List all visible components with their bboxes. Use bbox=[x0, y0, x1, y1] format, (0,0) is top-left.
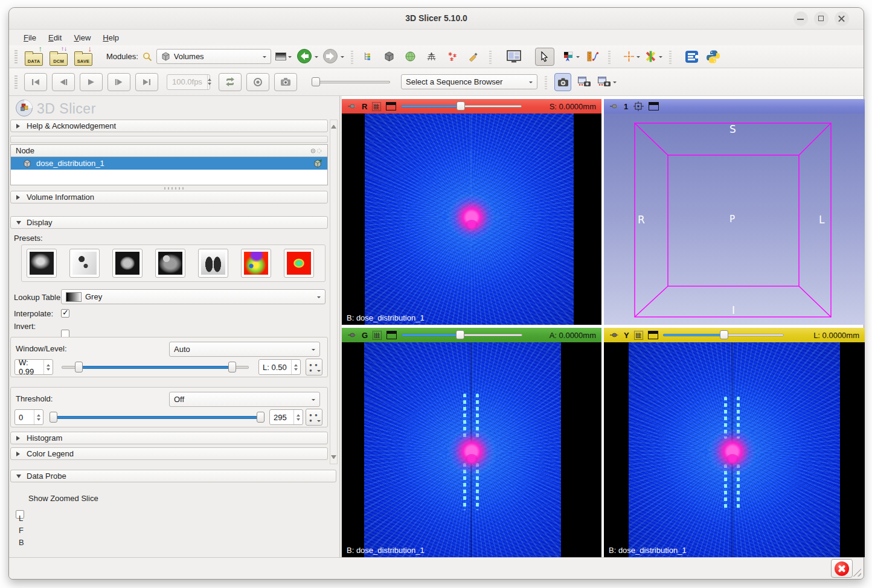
fps-spinbox[interactable]: 100.0fps bbox=[167, 74, 210, 90]
extensions-manager-button[interactable] bbox=[684, 48, 701, 66]
place-point-button[interactable] bbox=[563, 48, 580, 66]
slice-intersections-button[interactable] bbox=[644, 48, 662, 66]
interpolate-checkbox[interactable]: ✓ bbox=[61, 309, 69, 318]
error-log-button[interactable] bbox=[831, 559, 853, 578]
yellow-view-controller[interactable]: Y L: 0.0000mm bbox=[604, 328, 865, 342]
sequence-slider-handle[interactable] bbox=[312, 77, 320, 86]
module-forward-button[interactable] bbox=[322, 48, 344, 66]
module-markups-button[interactable] bbox=[444, 48, 461, 66]
load-data-button[interactable]: ↑ DATA bbox=[24, 48, 44, 66]
scroll-up-icon[interactable] bbox=[331, 123, 336, 129]
slice-offset-slider[interactable] bbox=[402, 330, 522, 340]
window-minimize-button[interactable] bbox=[793, 11, 808, 26]
window-level-max-handle[interactable] bbox=[228, 362, 236, 372]
slice-visibility-icon[interactable] bbox=[372, 102, 381, 111]
yellow-slice-image[interactable]: B: dose_distribution_1 bbox=[604, 342, 865, 557]
window-level-range-slider[interactable] bbox=[62, 361, 249, 374]
node-table-header[interactable]: Node bbox=[11, 145, 327, 157]
preset-ct-bone-button[interactable] bbox=[27, 249, 57, 278]
slice-offset-handle[interactable] bbox=[720, 330, 728, 339]
window-close-button[interactable] bbox=[835, 11, 849, 26]
preset-dti-button[interactable] bbox=[284, 249, 314, 278]
last-frame-button[interactable] bbox=[135, 73, 158, 91]
view-menu-icon[interactable] bbox=[386, 102, 396, 110]
slice-offset-handle[interactable] bbox=[456, 330, 464, 339]
module-selector[interactable]: Volumes bbox=[156, 49, 271, 64]
module-models-button[interactable] bbox=[402, 48, 419, 66]
green-slice-image[interactable]: B: dose_distribution_1 bbox=[342, 342, 601, 557]
yellow-slice-view[interactable]: B: dose_distribution_1 Y L: 0.0000mm bbox=[604, 328, 865, 557]
next-frame-button[interactable] bbox=[107, 73, 130, 91]
volume-information-section[interactable]: Volume Information bbox=[10, 191, 328, 203]
load-dicom-button[interactable]: ↑↓ DCM bbox=[48, 48, 69, 66]
node-edit-icon[interactable] bbox=[313, 159, 322, 168]
save-button[interactable]: ↓ SAVE bbox=[73, 48, 94, 66]
threshold-lower-spinbox[interactable]: 0 bbox=[14, 409, 43, 425]
module-search-icon[interactable] bbox=[143, 52, 152, 62]
window-spinbox[interactable]: W: 0.99 bbox=[14, 359, 53, 375]
preset-ct-air-button[interactable] bbox=[69, 249, 100, 278]
sequence-browser-selector[interactable]: Select a Sequence Browser bbox=[401, 74, 537, 89]
window-resize-grip[interactable] bbox=[853, 568, 861, 577]
red-view-controller[interactable]: R S: 0.0000mm bbox=[342, 99, 601, 113]
spin-arrows-icon[interactable] bbox=[207, 75, 211, 89]
preset-ct-lung-button[interactable] bbox=[198, 249, 228, 278]
view-menu-icon[interactable] bbox=[648, 331, 658, 339]
crosshair-button[interactable] bbox=[623, 48, 640, 66]
python-console-button[interactable] bbox=[705, 48, 722, 66]
slice-offset-handle[interactable] bbox=[457, 101, 465, 110]
module-volumes-button[interactable] bbox=[381, 48, 398, 66]
lookup-table-selector[interactable]: Grey bbox=[61, 289, 325, 304]
threshold-mode-selector[interactable]: Off bbox=[169, 392, 320, 407]
node-row-selected[interactable]: dose_distribution_1 bbox=[11, 157, 327, 170]
preset-ct-abdomen-button[interactable] bbox=[155, 249, 185, 278]
center-view-icon[interactable] bbox=[633, 101, 644, 111]
scroll-down-icon[interactable] bbox=[331, 455, 336, 461]
help-acknowledgement-section[interactable]: Help & Acknowledgement bbox=[10, 120, 328, 132]
pin-icon[interactable] bbox=[609, 332, 619, 338]
pin-icon[interactable] bbox=[609, 103, 619, 109]
window-level-min-handle[interactable] bbox=[75, 362, 83, 372]
mouse-interaction-button[interactable] bbox=[535, 48, 554, 66]
module-segment-editor-button[interactable] bbox=[466, 48, 482, 66]
level-spinbox[interactable]: L: 0.50 bbox=[258, 359, 301, 375]
threshold-max-handle[interactable] bbox=[257, 412, 264, 423]
panel-scrollbar[interactable] bbox=[330, 120, 338, 464]
loop-button[interactable] bbox=[219, 73, 242, 91]
sequence-snapshot-button[interactable] bbox=[274, 73, 297, 91]
window-level-mode-selector[interactable]: Auto bbox=[169, 342, 320, 357]
red-slice-view[interactable]: B: dose_distribution_1 R S: 0.0000mm bbox=[342, 99, 601, 325]
view-menu-icon[interactable] bbox=[649, 102, 659, 110]
window-maximize-button[interactable] bbox=[814, 11, 829, 26]
menu-file[interactable]: File bbox=[18, 31, 42, 44]
green-slice-view[interactable]: B: dose_distribution_1 G A: 0.0000mm bbox=[342, 328, 601, 557]
module-data-button[interactable] bbox=[360, 48, 377, 66]
three-d-view-controller[interactable]: 1 bbox=[604, 99, 865, 113]
module-history-button[interactable] bbox=[275, 48, 292, 66]
first-frame-button[interactable] bbox=[24, 73, 47, 91]
sequence-slider[interactable] bbox=[312, 77, 390, 87]
preset-ct-brain-button[interactable] bbox=[112, 249, 143, 278]
display-section[interactable]: Display bbox=[10, 216, 328, 229]
menu-view[interactable]: View bbox=[68, 31, 97, 44]
record-button[interactable] bbox=[246, 73, 269, 91]
pin-icon[interactable] bbox=[347, 103, 357, 109]
window-level-menu-button[interactable]: ● ● ● bbox=[306, 359, 322, 375]
layout-selector-button[interactable] bbox=[505, 48, 522, 66]
module-transforms-button[interactable] bbox=[423, 48, 440, 66]
threshold-upper-spinbox[interactable]: 295 bbox=[269, 409, 303, 425]
measurements-button[interactable] bbox=[585, 48, 601, 66]
green-view-controller[interactable]: G A: 0.0000mm bbox=[342, 328, 601, 342]
color-legend-section[interactable]: Color Legend bbox=[10, 447, 328, 460]
slice-visibility-icon[interactable] bbox=[634, 331, 643, 340]
menu-edit[interactable]: Edit bbox=[42, 31, 68, 44]
visibility-column-icon[interactable] bbox=[310, 148, 322, 154]
three-d-view[interactable]: S R P L I 1 bbox=[604, 99, 865, 325]
module-back-button[interactable] bbox=[297, 48, 318, 66]
data-probe-section[interactable]: Data Probe bbox=[10, 470, 336, 482]
threshold-range-slider[interactable] bbox=[50, 411, 264, 424]
preset-pet-button[interactable] bbox=[241, 249, 271, 278]
view-menu-icon[interactable] bbox=[386, 331, 397, 339]
threshold-min-handle[interactable] bbox=[50, 412, 57, 423]
scene-view-save-button[interactable] bbox=[576, 73, 593, 91]
